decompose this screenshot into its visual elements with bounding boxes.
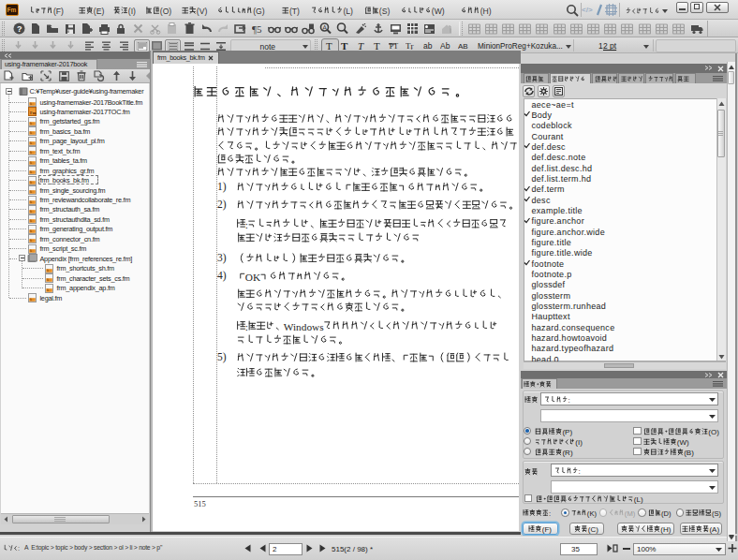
svg-text:ab: ab [423,41,433,51]
svg-text:AB: AB [458,42,468,51]
svg-text:(D): (D) [660,509,671,518]
svg-text::: : [245,219,248,230]
svg-text:(K): (K) [587,509,598,518]
svg-text:(B): (B) [684,449,694,457]
svg-text:(C): (C) [588,525,598,534]
svg-text::: : [579,467,581,476]
svg-text:(I): (I) [128,7,136,16]
svg-text:(F): (F) [52,7,63,16]
svg-text:(T): (T) [289,7,300,16]
svg-text:A: A [322,24,327,31]
svg-text:¶5: ¶5 [252,23,262,35]
svg-text:(I): (I) [575,438,583,447]
svg-text:(M): (M) [625,509,636,518]
svg-text:(W): (W) [677,438,689,447]
svg-text:(S): (S) [712,509,722,518]
svg-text:Windows: Windows [284,320,324,332]
svg-text:Ab: Ab [440,41,450,51]
svg-text::: : [245,320,248,332]
svg-text:(P): (P) [562,428,572,436]
svg-text:OK: OK [245,272,261,283]
svg-text:Fm: Fm [30,111,37,115]
svg-text:(O): (O) [160,7,172,16]
svg-text:(R): (R) [562,449,572,457]
svg-text:(E): (E) [94,7,105,16]
svg-text:(V): (V) [197,7,208,16]
svg-text:(O): (O) [708,428,719,436]
svg-text:(F): (F) [542,525,553,534]
svg-text::: : [568,396,570,405]
svg-text:?: ? [17,24,22,34]
svg-text:ƤT: ƤT [389,42,398,51]
svg-text:(W): (W) [432,7,445,16]
svg-text:(G): (G) [253,7,265,16]
svg-text:(A): (A) [710,525,720,534]
svg-text:Tṛ: Tṛ [406,41,414,51]
svg-text:(H): (H) [480,7,491,16]
svg-text::: : [548,509,550,518]
svg-text:(S): (S) [379,7,391,16]
svg-text:(H): (H) [660,525,671,534]
svg-text::: : [18,544,20,553]
svg-text:(L): (L) [343,7,353,16]
svg-text:(L): (L) [633,495,642,504]
